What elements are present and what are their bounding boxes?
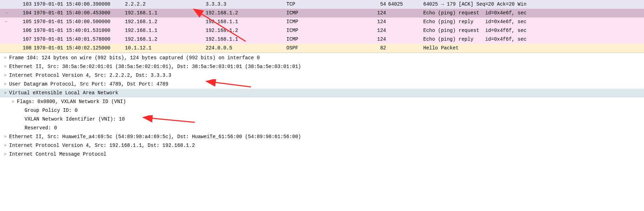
col-info: Hello Packet: [423, 44, 644, 53]
expand-toggle-icon[interactable]: >: [1, 80, 9, 89]
col-source: 192.168.1.1: [125, 9, 206, 18]
col-no: 107: [13, 35, 34, 44]
col-proto: ICMP: [286, 26, 357, 35]
col-no: 105: [13, 18, 34, 26]
col-time: 1970-01-01 15:40:00.390000: [34, 0, 125, 9]
col-port: 64025: [388, 0, 423, 9]
detail-row[interactable]: VXLAN Network Identifier (VNI): 10: [0, 115, 644, 124]
detail-row[interactable]: >Ethernet II, Src: 38:5a:5e:02:01:01 (38…: [0, 62, 644, 71]
detail-row[interactable]: >Flags: 0x0800, VXLAN Network ID (VNI): [0, 97, 644, 106]
detail-row[interactable]: >Frame 104: 124 bytes on wire (992 bits)…: [0, 54, 644, 62]
detail-text: Frame 104: 124 bytes on wire (992 bits),…: [9, 54, 260, 62]
col-info: Echo (ping) reply id=0x4e6f, sec: [423, 18, 644, 26]
packet-row[interactable]: 1081970-01-01 15:40:02.12500010.1.12.122…: [0, 44, 644, 53]
col-info: 64025 → 179 [ACK] Seq=20 Ack=20 Win: [423, 0, 644, 9]
detail-row[interactable]: Group Policy ID: 0: [0, 106, 644, 115]
detail-text: Internet Control Message Protocol: [9, 150, 106, 159]
packet-row[interactable]: 1061970-01-01 15:40:01.531000192.168.1.1…: [0, 26, 644, 35]
col-time: 1970-01-01 15:40:00.453000: [34, 9, 125, 18]
detail-row[interactable]: vVirtual eXtensible Local Area Network: [0, 89, 644, 97]
col-source: 192.168.1.2: [125, 18, 206, 26]
col-dest: 192.168.1.2: [206, 9, 286, 18]
col-source: 2.2.2.2: [125, 0, 206, 9]
expand-toggle-icon[interactable]: >: [1, 62, 9, 71]
col-source: 10.1.12.1: [125, 44, 206, 53]
col-dest: 192.168.1.2: [206, 26, 286, 35]
col-no: 104: [13, 9, 34, 18]
packet-row[interactable]: 1071970-01-01 15:40:01.578000192.168.1.2…: [0, 35, 644, 44]
related-marker-icon: →: [0, 9, 13, 18]
col-time: 1970-01-01 15:40:02.125000: [34, 44, 125, 53]
col-length: 124: [357, 26, 388, 35]
detail-text: Flags: 0x0800, VXLAN Network ID (VNI): [17, 97, 126, 106]
detail-row[interactable]: >Internet Protocol Version 4, Src: 2.2.2…: [0, 71, 644, 80]
col-length: 124: [357, 35, 388, 44]
packet-row[interactable]: ←1051970-01-01 15:40:00.500000192.168.1.…: [0, 18, 644, 26]
col-time: 1970-01-01 15:40:01.531000: [34, 26, 125, 35]
col-info: Echo (ping) request id=0x4e6f, sec: [423, 9, 644, 18]
detail-row[interactable]: >User Datagram Protocol, Src Port: 4789,…: [0, 80, 644, 89]
related-marker-icon: ←: [0, 18, 13, 26]
packet-row[interactable]: →1041970-01-01 15:40:00.453000192.168.1.…: [0, 9, 644, 18]
packet-details[interactable]: >Frame 104: 124 bytes on wire (992 bits)…: [0, 53, 644, 169]
detail-text: Reserved: 0: [25, 124, 57, 132]
detail-row[interactable]: >Internet Protocol Version 4, Src: 192.1…: [0, 141, 644, 150]
col-length: 124: [357, 18, 388, 26]
col-dest: 192.168.1.1: [206, 18, 286, 26]
detail-text: User Datagram Protocol, Src Port: 4789, …: [9, 80, 168, 89]
detail-row[interactable]: >Ethernet II, Src: HuaweiTe_a4:69:5c (54…: [0, 132, 644, 141]
col-proto: ICMP: [286, 9, 357, 18]
expand-toggle-icon[interactable]: v: [1, 89, 9, 97]
expand-toggle-icon[interactable]: >: [9, 97, 17, 106]
expand-toggle-icon[interactable]: >: [1, 54, 9, 62]
col-no: 103: [13, 0, 34, 9]
col-proto: TCP: [286, 0, 357, 9]
expand-toggle-icon[interactable]: >: [1, 132, 9, 141]
detail-text: Ethernet II, Src: 38:5a:5e:02:01:01 (38:…: [9, 62, 301, 71]
col-dest: 192.168.1.1: [206, 35, 286, 44]
detail-text: Ethernet II, Src: HuaweiTe_a4:69:5c (54:…: [9, 132, 301, 141]
col-proto: OSPF: [286, 44, 357, 53]
col-length: 54: [357, 0, 388, 9]
detail-text: VXLAN Network Identifier (VNI): 10: [25, 115, 125, 124]
detail-row[interactable]: >Internet Control Message Protocol: [0, 150, 644, 159]
col-info: Echo (ping) request id=0x4f6f, sec: [423, 26, 644, 35]
col-no: 108: [13, 44, 34, 53]
col-proto: ICMP: [286, 35, 357, 44]
col-length: 82: [357, 44, 388, 53]
col-source: 192.168.1.1: [125, 26, 206, 35]
col-time: 1970-01-01 15:40:00.500000: [34, 18, 125, 26]
detail-text: Virtual eXtensible Local Area Network: [9, 89, 118, 97]
col-source: 192.168.1.2: [125, 35, 206, 44]
detail-text: Group Policy ID: 0: [25, 106, 78, 115]
col-info: Echo (ping) reply id=0x4f6f, sec: [423, 35, 644, 44]
expand-toggle-icon[interactable]: >: [1, 71, 9, 80]
packet-list[interactable]: 1031970-01-01 15:40:00.3900002.2.2.23.3.…: [0, 0, 644, 53]
detail-text: Internet Protocol Version 4, Src: 192.16…: [9, 141, 195, 150]
packet-row[interactable]: 1031970-01-01 15:40:00.3900002.2.2.23.3.…: [0, 0, 644, 9]
detail-text: Internet Protocol Version 4, Src: 2.2.2.…: [9, 71, 171, 80]
col-no: 106: [13, 26, 34, 35]
expand-toggle-icon[interactable]: >: [1, 150, 9, 159]
col-time: 1970-01-01 15:40:01.578000: [34, 35, 125, 44]
expand-toggle-icon[interactable]: >: [1, 141, 9, 150]
col-dest: 224.0.0.5: [206, 44, 286, 53]
col-length: 124: [357, 9, 388, 18]
col-proto: ICMP: [286, 18, 357, 26]
detail-row[interactable]: Reserved: 0: [0, 124, 644, 132]
col-dest: 3.3.3.3: [206, 0, 286, 9]
